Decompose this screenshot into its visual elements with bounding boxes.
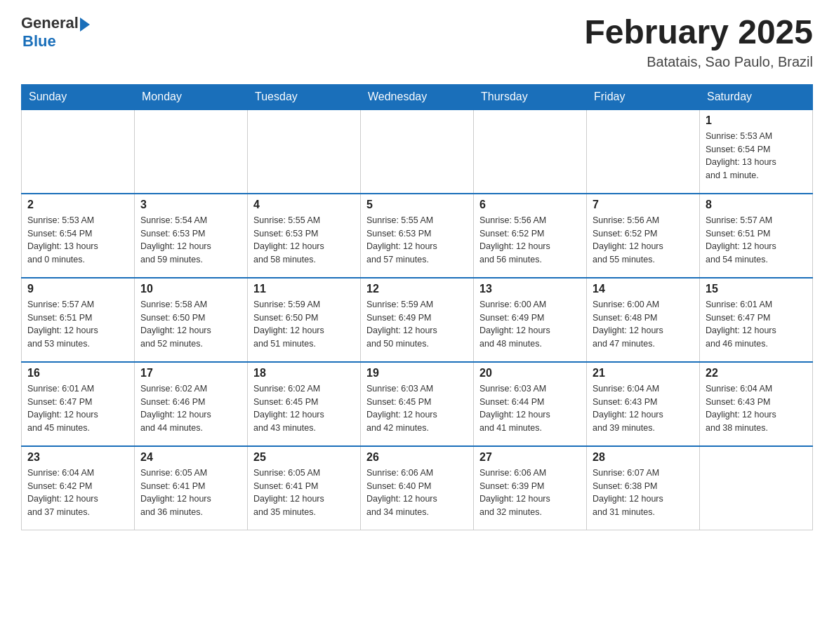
calendar-cell	[22, 109, 135, 194]
day-number: 13	[479, 283, 581, 295]
day-number: 20	[479, 367, 581, 380]
calendar-week-row: 9Sunrise: 5:57 AM Sunset: 6:51 PM Daylig…	[22, 278, 813, 362]
day-number: 25	[253, 451, 355, 464]
calendar-cell: 16Sunrise: 6:01 AM Sunset: 6:47 PM Dayli…	[22, 362, 135, 446]
calendar-cell: 22Sunrise: 6:04 AM Sunset: 6:43 PM Dayli…	[700, 362, 813, 446]
day-of-week-header: Tuesday	[248, 84, 361, 109]
day-number: 12	[366, 283, 468, 295]
logo-blue-text: Blue	[22, 32, 90, 51]
location-subtitle: Batatais, Sao Paulo, Brazil	[584, 54, 813, 70]
calendar-cell: 20Sunrise: 6:03 AM Sunset: 6:44 PM Dayli…	[474, 362, 587, 446]
day-info: Sunrise: 6:04 AM Sunset: 6:42 PM Dayligh…	[27, 467, 128, 519]
calendar-cell: 25Sunrise: 6:05 AM Sunset: 6:41 PM Dayli…	[248, 446, 361, 530]
calendar-cell	[474, 109, 587, 194]
day-number: 23	[27, 451, 128, 464]
day-info: Sunrise: 6:05 AM Sunset: 6:41 PM Dayligh…	[253, 467, 355, 519]
calendar-cell: 19Sunrise: 6:03 AM Sunset: 6:45 PM Dayli…	[361, 362, 474, 446]
day-number: 18	[253, 367, 355, 380]
day-number: 7	[593, 199, 694, 211]
day-info: Sunrise: 6:07 AM Sunset: 6:38 PM Dayligh…	[593, 467, 694, 519]
calendar-cell: 27Sunrise: 6:06 AM Sunset: 6:39 PM Dayli…	[474, 446, 587, 530]
calendar-cell: 8Sunrise: 5:57 AM Sunset: 6:51 PM Daylig…	[700, 194, 813, 278]
day-number: 21	[593, 367, 694, 380]
calendar-cell: 11Sunrise: 5:59 AM Sunset: 6:50 PM Dayli…	[248, 278, 361, 362]
calendar-week-row: 23Sunrise: 6:04 AM Sunset: 6:42 PM Dayli…	[22, 446, 813, 530]
day-of-week-header: Thursday	[474, 84, 587, 109]
day-info: Sunrise: 5:58 AM Sunset: 6:50 PM Dayligh…	[140, 298, 241, 351]
day-info: Sunrise: 6:02 AM Sunset: 6:45 PM Dayligh…	[253, 382, 355, 435]
calendar-header-row: SundayMondayTuesdayWednesdayThursdayFrid…	[22, 84, 813, 109]
day-number: 27	[479, 451, 581, 464]
day-number: 6	[479, 199, 581, 211]
calendar-week-row: 1Sunrise: 5:53 AM Sunset: 6:54 PM Daylig…	[22, 109, 813, 194]
day-number: 17	[140, 367, 241, 380]
day-info: Sunrise: 6:04 AM Sunset: 6:43 PM Dayligh…	[706, 382, 807, 435]
day-number: 8	[706, 199, 807, 211]
day-info: Sunrise: 6:03 AM Sunset: 6:44 PM Dayligh…	[479, 382, 581, 435]
day-info: Sunrise: 6:01 AM Sunset: 6:47 PM Dayligh…	[27, 382, 128, 435]
calendar-cell: 10Sunrise: 5:58 AM Sunset: 6:50 PM Dayli…	[135, 278, 248, 362]
day-info: Sunrise: 6:06 AM Sunset: 6:40 PM Dayligh…	[366, 467, 468, 519]
calendar-cell: 28Sunrise: 6:07 AM Sunset: 6:38 PM Dayli…	[587, 446, 700, 530]
day-number: 9	[27, 283, 128, 295]
day-info: Sunrise: 6:03 AM Sunset: 6:45 PM Dayligh…	[366, 382, 468, 435]
page-header: General Blue February 2025 Batatais, Sao…	[21, 14, 813, 70]
calendar-cell	[135, 109, 248, 194]
calendar-week-row: 16Sunrise: 6:01 AM Sunset: 6:47 PM Dayli…	[22, 362, 813, 446]
day-info: Sunrise: 5:53 AM Sunset: 6:54 PM Dayligh…	[706, 130, 807, 182]
calendar-cell: 21Sunrise: 6:04 AM Sunset: 6:43 PM Dayli…	[587, 362, 700, 446]
calendar-cell: 12Sunrise: 5:59 AM Sunset: 6:49 PM Dayli…	[361, 278, 474, 362]
day-info: Sunrise: 6:00 AM Sunset: 6:49 PM Dayligh…	[479, 298, 581, 351]
day-number: 5	[366, 199, 468, 211]
day-number: 11	[253, 283, 355, 295]
calendar-cell: 2Sunrise: 5:53 AM Sunset: 6:54 PM Daylig…	[22, 194, 135, 278]
day-of-week-header: Saturday	[700, 84, 813, 109]
day-number: 3	[140, 199, 241, 211]
day-number: 22	[706, 367, 807, 380]
day-info: Sunrise: 5:56 AM Sunset: 6:52 PM Dayligh…	[479, 214, 581, 267]
day-info: Sunrise: 5:57 AM Sunset: 6:51 PM Dayligh…	[27, 298, 128, 351]
day-number: 4	[253, 199, 355, 211]
day-number: 19	[366, 367, 468, 380]
calendar-cell: 18Sunrise: 6:02 AM Sunset: 6:45 PM Dayli…	[248, 362, 361, 446]
day-info: Sunrise: 5:55 AM Sunset: 6:53 PM Dayligh…	[366, 214, 468, 267]
day-number: 10	[140, 283, 241, 295]
day-info: Sunrise: 5:59 AM Sunset: 6:49 PM Dayligh…	[366, 298, 468, 351]
day-of-week-header: Monday	[135, 84, 248, 109]
day-info: Sunrise: 6:06 AM Sunset: 6:39 PM Dayligh…	[479, 467, 581, 519]
day-number: 26	[366, 451, 468, 464]
month-title: February 2025	[584, 14, 813, 51]
calendar-cell: 3Sunrise: 5:54 AM Sunset: 6:53 PM Daylig…	[135, 194, 248, 278]
calendar-cell: 7Sunrise: 5:56 AM Sunset: 6:52 PM Daylig…	[587, 194, 700, 278]
day-of-week-header: Sunday	[22, 84, 135, 109]
day-info: Sunrise: 5:57 AM Sunset: 6:51 PM Dayligh…	[706, 214, 807, 267]
calendar-cell: 26Sunrise: 6:06 AM Sunset: 6:40 PM Dayli…	[361, 446, 474, 530]
day-info: Sunrise: 6:00 AM Sunset: 6:48 PM Dayligh…	[593, 298, 694, 351]
calendar-cell: 4Sunrise: 5:55 AM Sunset: 6:53 PM Daylig…	[248, 194, 361, 278]
calendar-week-row: 2Sunrise: 5:53 AM Sunset: 6:54 PM Daylig…	[22, 194, 813, 278]
calendar-table: SundayMondayTuesdayWednesdayThursdayFrid…	[21, 84, 813, 531]
calendar-cell: 24Sunrise: 6:05 AM Sunset: 6:41 PM Dayli…	[135, 446, 248, 530]
calendar-cell: 23Sunrise: 6:04 AM Sunset: 6:42 PM Dayli…	[22, 446, 135, 530]
day-info: Sunrise: 5:54 AM Sunset: 6:53 PM Dayligh…	[140, 214, 241, 267]
calendar-cell: 5Sunrise: 5:55 AM Sunset: 6:53 PM Daylig…	[361, 194, 474, 278]
day-info: Sunrise: 5:59 AM Sunset: 6:50 PM Dayligh…	[253, 298, 355, 351]
calendar-cell: 17Sunrise: 6:02 AM Sunset: 6:46 PM Dayli…	[135, 362, 248, 446]
day-info: Sunrise: 5:53 AM Sunset: 6:54 PM Dayligh…	[27, 214, 128, 267]
day-info: Sunrise: 6:05 AM Sunset: 6:41 PM Dayligh…	[140, 467, 241, 519]
calendar-cell: 9Sunrise: 5:57 AM Sunset: 6:51 PM Daylig…	[22, 278, 135, 362]
title-block: February 2025 Batatais, Sao Paulo, Brazi…	[584, 14, 813, 70]
calendar-cell	[587, 109, 700, 194]
calendar-cell	[700, 446, 813, 530]
calendar-cell: 13Sunrise: 6:00 AM Sunset: 6:49 PM Dayli…	[474, 278, 587, 362]
day-number: 28	[593, 451, 694, 464]
day-of-week-header: Friday	[587, 84, 700, 109]
day-info: Sunrise: 5:56 AM Sunset: 6:52 PM Dayligh…	[593, 214, 694, 267]
day-info: Sunrise: 6:01 AM Sunset: 6:47 PM Dayligh…	[706, 298, 807, 351]
day-number: 1	[706, 114, 807, 127]
day-number: 2	[27, 199, 128, 211]
day-info: Sunrise: 6:02 AM Sunset: 6:46 PM Dayligh…	[140, 382, 241, 435]
calendar-cell	[248, 109, 361, 194]
day-info: Sunrise: 5:55 AM Sunset: 6:53 PM Dayligh…	[253, 214, 355, 267]
day-number: 15	[706, 283, 807, 295]
